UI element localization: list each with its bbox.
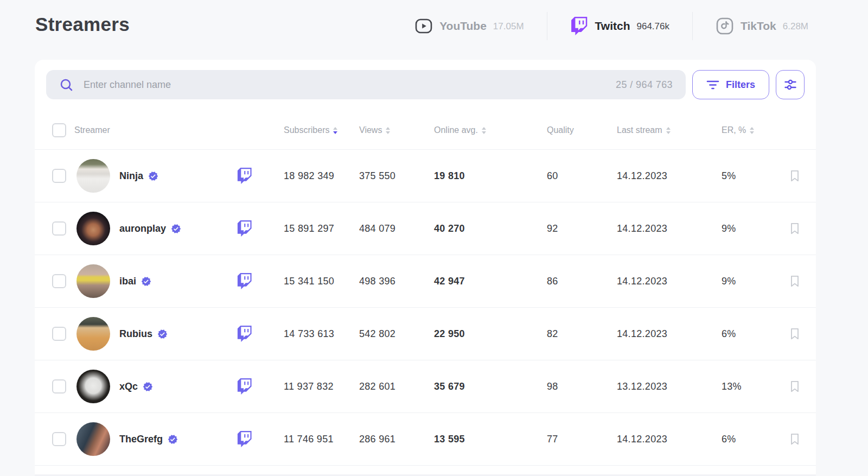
online-avg-value: 22 950 <box>434 328 547 340</box>
quality-value: 92 <box>547 223 617 234</box>
last-stream-value: 14.12.2023 <box>617 170 722 182</box>
column-label: Subscribers <box>284 125 329 135</box>
tab-tiktok-count: 6.28M <box>783 21 808 32</box>
bookmark-icon[interactable] <box>788 432 801 446</box>
last-stream-value: 13.12.2023 <box>617 381 722 392</box>
twitch-platform-icon <box>237 378 253 395</box>
last-stream-value: 14.12.2023 <box>617 328 722 340</box>
subscribers-value: 11 746 951 <box>284 434 359 445</box>
verified-badge-icon <box>143 382 153 392</box>
column-header-subscribers[interactable]: Subscribers <box>284 125 359 135</box>
avatar[interactable] <box>76 159 110 193</box>
table-row: xQc 11 937 832 282 601 35 679 98 13.12.2… <box>35 360 816 413</box>
search-row: 25 / 964 763 Filters <box>35 60 816 111</box>
bookmark-icon[interactable] <box>788 274 801 288</box>
last-stream-value: 14.12.2023 <box>617 434 722 445</box>
twitch-platform-icon <box>237 220 253 237</box>
streamer-cell: Rubius <box>73 317 230 351</box>
avatar[interactable] <box>76 317 110 351</box>
bookmark-cell <box>774 379 816 394</box>
row-checkbox-cell <box>35 432 73 446</box>
er-value: 13% <box>722 381 774 392</box>
verified-badge-icon <box>157 329 168 339</box>
table-header: Streamer Subscribers Views Online avg. Q… <box>35 111 816 150</box>
streamer-name[interactable]: Ninja <box>119 170 158 182</box>
search-icon <box>59 78 74 92</box>
subscribers-value: 18 982 349 <box>284 170 359 182</box>
table-row: auronplay 15 891 297 484 079 40 270 92 1… <box>35 202 816 255</box>
column-settings-button[interactable] <box>776 70 805 99</box>
streamers-card: 25 / 964 763 Filters <box>35 60 816 476</box>
bookmark-icon[interactable] <box>788 327 801 341</box>
row-checkbox[interactable] <box>52 169 66 183</box>
column-header-views[interactable]: Views <box>359 125 434 135</box>
streamer-cell: xQc <box>73 370 230 403</box>
views-value: 282 601 <box>359 381 434 392</box>
tab-youtube[interactable]: YouTube 17.05M <box>414 17 546 35</box>
streamer-name[interactable]: TheGrefg <box>119 434 178 445</box>
platform-tabs: YouTube 17.05M Twitch 964.76k TikTok <box>414 11 808 41</box>
streamer-name[interactable]: auronplay <box>119 223 181 234</box>
row-checkbox-cell <box>35 221 73 236</box>
sort-icon[interactable] <box>750 127 754 134</box>
table-row: Rubius 14 733 613 542 802 22 950 82 14.1… <box>35 308 816 360</box>
views-value: 498 396 <box>359 276 434 287</box>
subscribers-value: 11 937 832 <box>284 381 359 392</box>
platform-cell <box>230 378 284 395</box>
row-checkbox[interactable] <box>52 327 66 341</box>
online-avg-value: 40 270 <box>434 223 547 234</box>
column-header-er[interactable]: ER, % <box>722 125 774 135</box>
streamer-name[interactable]: Rubius <box>119 328 168 340</box>
streamer-name[interactable]: ibai <box>119 276 151 287</box>
tab-twitch-label: Twitch <box>595 20 630 33</box>
search-bar[interactable]: 25 / 964 763 <box>46 70 686 99</box>
table-row: ibai 15 341 150 498 396 42 947 86 14.12.… <box>35 255 816 308</box>
platform-cell <box>230 220 284 237</box>
row-checkbox[interactable] <box>52 274 66 288</box>
search-input[interactable] <box>82 79 607 91</box>
page-header: Streamers YouTube 17.05M Twitch 964.76k <box>0 0 868 60</box>
sort-icon[interactable] <box>482 127 486 134</box>
bookmark-icon[interactable] <box>788 169 801 183</box>
row-checkbox[interactable] <box>52 379 66 394</box>
row-checkbox[interactable] <box>52 221 66 236</box>
row-checkbox[interactable] <box>52 432 66 446</box>
avatar[interactable] <box>76 264 110 298</box>
table-body: Ninja 18 982 349 375 550 19 810 60 14.12… <box>35 150 816 466</box>
column-label: Views <box>359 125 382 135</box>
column-label: Streamer <box>74 125 110 135</box>
streamer-name[interactable]: xQc <box>119 381 153 392</box>
avatar[interactable] <box>76 422 110 456</box>
last-stream-value: 14.12.2023 <box>617 276 722 287</box>
sort-icon[interactable] <box>386 127 390 134</box>
sort-icon[interactable] <box>666 127 671 134</box>
bookmark-cell <box>774 432 816 446</box>
youtube-icon <box>414 17 433 35</box>
tab-tiktok[interactable]: TikTok 6.28M <box>693 17 808 35</box>
tab-twitch[interactable]: Twitch 964.76k <box>547 17 692 35</box>
quality-value: 86 <box>547 276 617 287</box>
column-label: ER, % <box>722 125 746 135</box>
twitch-icon <box>570 17 589 35</box>
avatar[interactable] <box>76 370 110 403</box>
er-value: 6% <box>722 434 774 445</box>
twitch-platform-icon <box>237 273 253 289</box>
bookmark-icon[interactable] <box>788 221 801 236</box>
avatar[interactable] <box>76 212 110 245</box>
streamer-name-label: ibai <box>119 276 136 287</box>
filters-button[interactable]: Filters <box>692 70 769 99</box>
column-header-last-stream[interactable]: Last stream <box>617 125 722 135</box>
tiktok-icon <box>716 17 734 35</box>
tab-youtube-label: YouTube <box>439 20 487 33</box>
tab-twitch-count: 964.76k <box>637 21 670 32</box>
sort-icon[interactable] <box>333 127 337 134</box>
select-all-checkbox[interactable] <box>52 123 66 137</box>
online-avg-value: 13 595 <box>434 434 547 445</box>
subscribers-value: 15 341 150 <box>284 276 359 287</box>
column-header-online-avg[interactable]: Online avg. <box>434 125 547 135</box>
streamer-name-label: Ninja <box>119 170 143 182</box>
page-title: Streamers <box>35 14 130 35</box>
sliders-icon <box>783 78 797 92</box>
platform-cell <box>230 168 284 184</box>
bookmark-icon[interactable] <box>788 379 801 394</box>
